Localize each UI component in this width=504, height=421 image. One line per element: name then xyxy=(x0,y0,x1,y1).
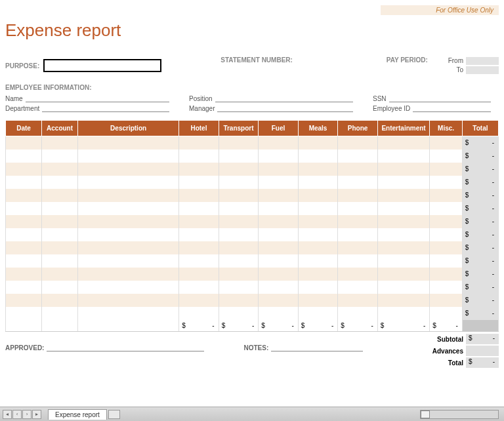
table-row[interactable]: $- xyxy=(6,281,499,294)
cell[interactable] xyxy=(338,254,378,268)
cell[interactable] xyxy=(179,241,219,254)
notes-input[interactable] xyxy=(271,342,363,351)
cell[interactable] xyxy=(338,228,378,241)
cell[interactable] xyxy=(259,215,299,228)
cell[interactable] xyxy=(377,254,430,268)
ssn-input[interactable] xyxy=(389,94,491,102)
tab-first-icon[interactable]: ◂ xyxy=(3,410,12,419)
cell[interactable] xyxy=(219,228,259,241)
cell[interactable] xyxy=(338,294,378,307)
cell[interactable] xyxy=(377,150,430,163)
cell[interactable] xyxy=(78,307,179,320)
table-row[interactable]: $- xyxy=(6,150,499,163)
cell[interactable] xyxy=(430,254,463,268)
cell[interactable] xyxy=(42,136,78,150)
cell[interactable] xyxy=(179,254,219,268)
cell[interactable] xyxy=(377,163,430,176)
cell[interactable] xyxy=(430,294,463,307)
cell[interactable] xyxy=(78,254,179,268)
cell[interactable] xyxy=(6,189,42,202)
cell[interactable] xyxy=(78,268,179,281)
cell[interactable] xyxy=(298,294,338,307)
cell[interactable] xyxy=(6,254,42,268)
tab-prev-icon[interactable]: ‹ xyxy=(12,410,22,419)
cell[interactable] xyxy=(338,202,378,215)
table-row[interactable]: $- xyxy=(6,136,499,150)
cell[interactable] xyxy=(377,215,430,228)
cell[interactable] xyxy=(430,228,463,241)
cell[interactable] xyxy=(179,215,219,228)
cell[interactable] xyxy=(78,163,179,176)
cell[interactable] xyxy=(259,241,299,254)
table-row[interactable]: $- xyxy=(6,176,499,189)
cell[interactable] xyxy=(219,189,259,202)
table-row[interactable]: $- xyxy=(6,294,499,307)
cell[interactable] xyxy=(78,241,179,254)
table-row[interactable]: $- xyxy=(6,307,499,320)
cell[interactable] xyxy=(78,176,179,189)
cell[interactable] xyxy=(259,202,299,215)
cell[interactable] xyxy=(298,241,338,254)
department-input[interactable] xyxy=(42,104,169,112)
cell[interactable] xyxy=(78,189,179,202)
cell[interactable] xyxy=(259,281,299,294)
cell[interactable] xyxy=(219,241,259,254)
cell[interactable] xyxy=(42,176,78,189)
cell[interactable] xyxy=(6,215,42,228)
cell[interactable] xyxy=(6,176,42,189)
cell[interactable] xyxy=(78,294,179,307)
cell[interactable] xyxy=(219,136,259,150)
cell[interactable] xyxy=(430,307,463,320)
approved-input[interactable] xyxy=(47,342,204,351)
employee-id-input[interactable] xyxy=(413,104,491,112)
cell[interactable] xyxy=(298,281,338,294)
table-row[interactable]: $- xyxy=(6,228,499,241)
cell[interactable] xyxy=(219,176,259,189)
cell[interactable] xyxy=(377,281,430,294)
cell[interactable] xyxy=(78,202,179,215)
cell[interactable] xyxy=(259,254,299,268)
cell[interactable] xyxy=(259,150,299,163)
table-row[interactable]: $- xyxy=(6,254,499,268)
cell[interactable] xyxy=(219,307,259,320)
cell[interactable] xyxy=(430,215,463,228)
tab-last-icon[interactable]: ▸ xyxy=(32,410,41,419)
cell[interactable] xyxy=(259,228,299,241)
cell[interactable] xyxy=(42,150,78,163)
cell[interactable] xyxy=(377,136,430,150)
cell[interactable] xyxy=(6,307,42,320)
position-input[interactable] xyxy=(215,94,353,102)
cell[interactable] xyxy=(42,215,78,228)
cell[interactable] xyxy=(219,268,259,281)
cell[interactable] xyxy=(6,136,42,150)
table-row[interactable]: $- xyxy=(6,268,499,281)
cell[interactable] xyxy=(179,228,219,241)
cell[interactable] xyxy=(6,294,42,307)
cell[interactable] xyxy=(430,176,463,189)
cell[interactable] xyxy=(179,163,219,176)
cell[interactable] xyxy=(42,294,78,307)
cell[interactable] xyxy=(78,281,179,294)
manager-input[interactable] xyxy=(217,104,353,112)
cell[interactable] xyxy=(179,268,219,281)
cell[interactable] xyxy=(377,294,430,307)
cell[interactable] xyxy=(42,202,78,215)
cell[interactable] xyxy=(298,202,338,215)
cell[interactable] xyxy=(42,189,78,202)
cell[interactable] xyxy=(377,307,430,320)
cell[interactable] xyxy=(338,150,378,163)
cell[interactable] xyxy=(430,189,463,202)
cell[interactable] xyxy=(219,294,259,307)
cell[interactable] xyxy=(430,268,463,281)
cell[interactable] xyxy=(6,202,42,215)
cell[interactable] xyxy=(78,150,179,163)
cell[interactable] xyxy=(298,268,338,281)
cell[interactable] xyxy=(219,281,259,294)
scroll-thumb[interactable] xyxy=(421,411,430,418)
cell[interactable] xyxy=(298,163,338,176)
tab-new-icon[interactable] xyxy=(108,410,120,419)
cell[interactable] xyxy=(42,307,78,320)
table-row[interactable]: $- xyxy=(6,241,499,254)
cell[interactable] xyxy=(219,202,259,215)
cell[interactable] xyxy=(42,241,78,254)
